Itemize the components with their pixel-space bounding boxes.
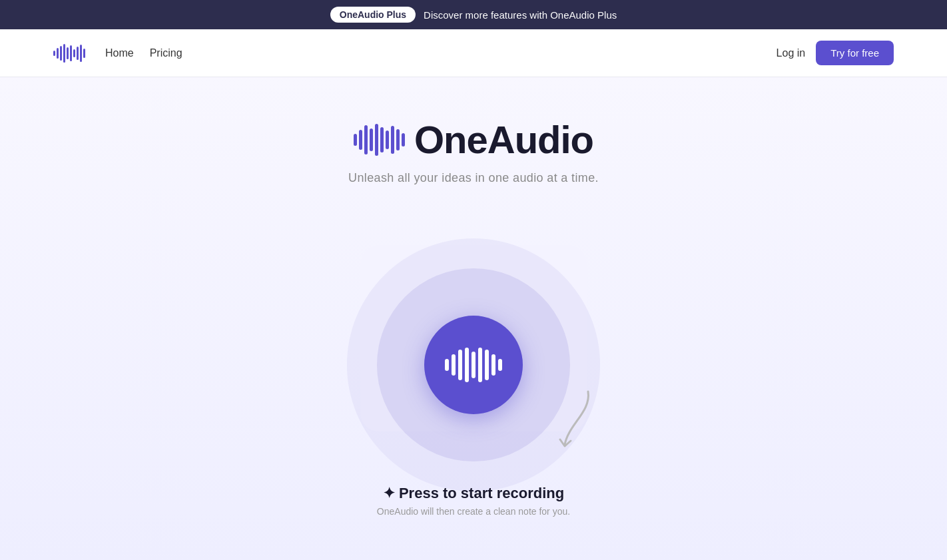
press-subtitle: OneAudio will then create a clean note f… <box>377 506 570 517</box>
record-area <box>334 225 613 505</box>
press-title: ✦ Press to start recording <box>383 485 564 502</box>
navbar: Home Pricing Log in Try for free <box>0 29 947 77</box>
hero-title: OneAudio <box>414 117 593 162</box>
record-button-waveform <box>445 348 502 382</box>
plus-badge[interactable]: OneAudio Plus <box>330 7 416 23</box>
record-button[interactable] <box>424 316 523 414</box>
hero-waveform-icon <box>354 124 405 156</box>
top-banner: OneAudio Plus Discover more features wit… <box>0 0 947 29</box>
logo[interactable] <box>53 44 85 63</box>
nav-pricing-link[interactable]: Pricing <box>150 47 182 59</box>
hero-subtitle: Unleash all your ideas in one audio at a… <box>348 171 599 185</box>
banner-text: Discover more features with OneAudio Plu… <box>424 9 617 21</box>
logo-waveform-icon <box>53 44 85 63</box>
hero-section: OneAudio Unleash all your ideas in one a… <box>0 77 947 560</box>
nav-actions: Log in Try for free <box>777 41 894 65</box>
arrow-hint <box>555 385 595 451</box>
login-button[interactable]: Log in <box>777 47 806 59</box>
press-text-area: ✦ Press to start recording OneAudio will… <box>377 485 570 517</box>
nav-links: Home Pricing <box>105 47 777 59</box>
try-free-button[interactable]: Try for free <box>816 41 894 65</box>
nav-home-link[interactable]: Home <box>105 47 134 59</box>
hero-title-row: OneAudio <box>354 117 593 162</box>
